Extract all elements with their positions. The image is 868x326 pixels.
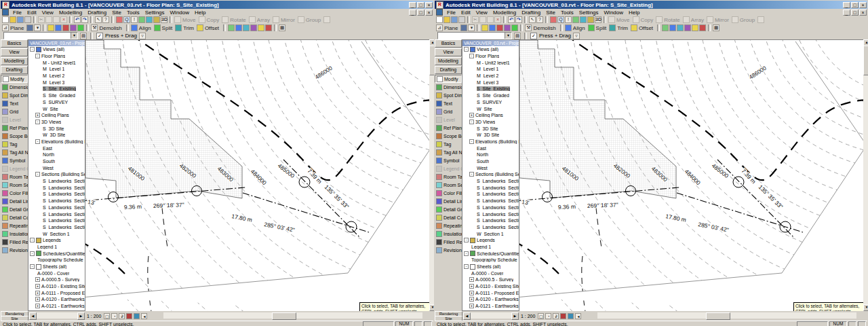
- menu-file[interactable]: File: [10, 10, 24, 16]
- designbar-tool-room-separat-[interactable]: Room Separat...: [1, 181, 28, 189]
- thin-lines-toggle-icon[interactable]: ∂: [119, 313, 125, 319]
- open-icon[interactable]: [443, 16, 450, 23]
- offset-icon[interactable]: [197, 24, 203, 31]
- index-contour-line-2[interactable]: [519, 241, 559, 274]
- tree-item-north[interactable]: North: [28, 151, 85, 158]
- designbar-tool-level[interactable]: Level: [1, 115, 28, 124]
- horizontal-scrollbar[interactable]: [597, 312, 856, 319]
- browser-scrollbar[interactable]: ◀ ▶: [29, 312, 85, 319]
- rotate-icon[interactable]: [656, 16, 663, 23]
- contour-line[interactable]: [774, 40, 863, 125]
- chart-icon[interactable]: ▦: [713, 24, 719, 31]
- minimize-button[interactable]: _: [843, 2, 850, 8]
- hide-isolate-icon[interactable]: [126, 313, 132, 319]
- designbar-tool-symbol[interactable]: Symbol: [1, 156, 28, 164]
- pen-purple-icon[interactable]: [70, 24, 77, 31]
- horizontal-scroll-thumb[interactable]: [272, 312, 296, 320]
- tree-item-topography-schedule[interactable]: Topography Schedule: [462, 257, 519, 264]
- designbar-tab-drafting[interactable]: Drafting: [435, 66, 462, 74]
- tree-item-east[interactable]: East: [28, 145, 85, 151]
- move-icon[interactable]: [608, 16, 615, 23]
- plane-dropdown-icon[interactable]: ▾: [468, 24, 475, 31]
- designbar-tool-symbol[interactable]: Symbol: [435, 156, 462, 164]
- shadows-icon[interactable]: ◔: [111, 313, 117, 319]
- contour-line[interactable]: [279, 40, 429, 186]
- modify-cursor-icon[interactable]: ⭦: [529, 16, 536, 23]
- tree-item-ceiling-plans[interactable]: +Ceiling Plans: [462, 112, 519, 119]
- tree-item-legends[interactable]: -Legends: [462, 237, 519, 244]
- split-button[interactable]: Split: [596, 25, 607, 31]
- minor-contour-dark-1[interactable]: [596, 208, 601, 247]
- tree-item-s-landworks-section-5[interactable]: S_Landworks_Section 5: [462, 204, 519, 211]
- designbar-tool-text[interactable]: Text: [435, 99, 462, 107]
- scroll-down-icon[interactable]: ▼: [863, 304, 868, 311]
- collapse-icon[interactable]: -: [35, 172, 40, 177]
- collapse-icon[interactable]: -: [464, 47, 469, 52]
- mirror-button[interactable]: Mirror: [281, 17, 295, 23]
- tree-item-s-landworks-section-2[interactable]: S_Landworks_Section 2: [28, 184, 85, 191]
- tree-item-a-0110-existing-site-plan[interactable]: +A-0110 - Existing Site Plan: [28, 283, 85, 290]
- chart-icon[interactable]: ▦: [279, 24, 285, 31]
- expand-icon[interactable]: +: [35, 113, 40, 117]
- designbar-tab-drafting[interactable]: Drafting: [1, 66, 28, 74]
- workplane-cursor-icon[interactable]: ⊿: [436, 24, 443, 31]
- mirror-icon[interactable]: [273, 16, 279, 23]
- minor-contour-dark-2[interactable]: [148, 256, 151, 311]
- linework-icon[interactable]: [228, 24, 235, 31]
- tree-item-s-landworks-section-4[interactable]: S_Landworks_Section 4: [462, 198, 519, 204]
- delete-icon[interactable]: ×: [494, 16, 501, 23]
- tree-item-s-site-graded[interactable]: S_Site_Graded: [462, 92, 519, 99]
- combo-arrow-icon[interactable]: ▾: [505, 33, 511, 39]
- group-button[interactable]: Group: [306, 17, 321, 23]
- tree-item-a-0111-proposed-earthwork[interactable]: +A-0111 - Proposed Earthwork: [462, 289, 519, 296]
- menu-window[interactable]: Window: [167, 10, 192, 16]
- paste-icon[interactable]: [53, 16, 60, 23]
- pin-icon[interactable]: [323, 16, 330, 23]
- type-selector[interactable]: ▾: [3, 32, 78, 39]
- plane-button[interactable]: Plane: [444, 25, 458, 31]
- vertical-scroll-thumb[interactable]: [863, 46, 868, 75]
- help-arrow-icon[interactable]: ?: [102, 16, 109, 23]
- trim-button[interactable]: Trim: [617, 25, 628, 31]
- expand-icon[interactable]: +: [469, 277, 474, 282]
- collapse-icon[interactable]: -: [35, 120, 40, 124]
- press-drag-checkbox[interactable]: ✓: [530, 33, 537, 39]
- contour-line[interactable]: [713, 40, 863, 186]
- cut-geometry-icon[interactable]: [265, 24, 272, 31]
- contour-line[interactable]: [324, 40, 429, 141]
- tree-item-a-0110-existing-site-plan[interactable]: +A-0110 - Existing Site Plan: [462, 283, 519, 290]
- view-scale[interactable]: 1 : 200: [521, 314, 535, 319]
- demolish-hammer-icon[interactable]: ⚒: [525, 24, 532, 31]
- reveal-hidden-icon[interactable]: [134, 313, 140, 319]
- title-bar[interactable]: R Autodesk Revit Building 8.1 - [VANCOUV…: [1, 1, 433, 9]
- tree-item-s-landworks-section-7[interactable]: S_Landworks_Section 7: [462, 217, 519, 224]
- tree-item-s-site-existing[interactable]: S_Site_Existing: [28, 86, 85, 92]
- designbar-tab-modelling[interactable]: Modelling: [435, 57, 462, 65]
- paint-icon[interactable]: [235, 24, 242, 31]
- drawing-canvas[interactable]: 481000 482000 483000 484000 485000 48600…: [85, 39, 429, 311]
- survey-point-marker[interactable]: [733, 177, 744, 187]
- collapse-icon[interactable]: -: [30, 238, 35, 242]
- tree-item-a-0121-earthworks-section[interactable]: +A-0121 - Earthworks Section: [462, 303, 519, 310]
- offset-icon[interactable]: [631, 24, 637, 31]
- designbar-tool-filled-region[interactable]: Filled Region: [435, 238, 462, 246]
- tree-item-schedules-quantities[interactable]: -Schedules/Quantities: [28, 250, 85, 257]
- menu-window[interactable]: Window: [601, 10, 626, 16]
- workplane-cursor-icon[interactable]: ⊿: [2, 24, 9, 31]
- tree-item-a-0120-earthworks-section[interactable]: +A-0120 - Earthworks Section: [28, 296, 85, 303]
- tree-item-sections-building-section-[interactable]: -Sections (Building Section): [462, 171, 519, 178]
- redo-icon[interactable]: ↷: [515, 16, 522, 23]
- mdi-minimize-button[interactable]: _: [843, 10, 850, 16]
- array-icon[interactable]: [249, 16, 256, 23]
- options-extra-icon[interactable]: ▿: [139, 33, 146, 39]
- collapse-icon[interactable]: -: [464, 251, 469, 256]
- print-icon[interactable]: [458, 16, 465, 23]
- contour-line[interactable]: [758, 40, 863, 141]
- tree-item-s-landworks-section-8[interactable]: S_Landworks_Section 8: [462, 224, 519, 231]
- designbar-tool-ref-plane[interactable]: Ref Plane: [435, 124, 462, 132]
- eraser-icon[interactable]: [77, 24, 84, 31]
- tree-item-west[interactable]: West: [462, 164, 519, 171]
- cut-icon[interactable]: ✂: [472, 16, 479, 23]
- contour-line[interactable]: [355, 40, 429, 109]
- properties-icon[interactable]: ▤: [80, 33, 87, 39]
